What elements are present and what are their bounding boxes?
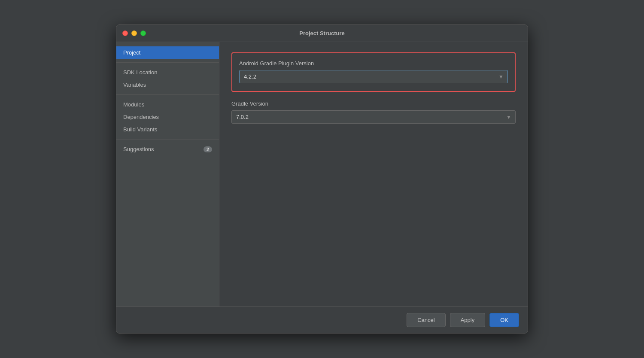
sidebar-item-sdk-location[interactable]: SDK Location <box>116 66 219 79</box>
sidebar-section-settings: SDK Location Variables <box>116 66 219 91</box>
gradle-version-select-wrapper: 6.7.1 7.0 7.0.2 7.1 7.2 ▼ <box>231 110 516 124</box>
ok-button[interactable]: OK <box>489 313 519 327</box>
sidebar-item-project[interactable]: Project <box>116 46 219 59</box>
plugin-version-section: Android Gradle Plugin Version 4.2.2 7.0.… <box>231 52 516 92</box>
plugin-version-label: Android Gradle Plugin Version <box>239 60 508 67</box>
gradle-version-select[interactable]: 6.7.1 7.0 7.0.2 7.1 7.2 <box>231 110 516 124</box>
dialog-footer: Cancel Apply OK <box>116 306 528 333</box>
sidebar-section-build: Modules Dependencies Build Variants <box>116 98 219 136</box>
title-bar: ← → Project Structure <box>116 25 528 42</box>
cancel-button[interactable]: Cancel <box>407 313 445 327</box>
minimize-button[interactable] <box>131 30 137 36</box>
main-content: Android Gradle Plugin Version 4.2.2 7.0.… <box>219 42 528 306</box>
sidebar-item-suggestions[interactable]: Suggestions 2 <box>116 143 219 155</box>
plugin-version-select-wrapper: 4.2.2 7.0.0 7.0.1 7.0.2 7.0.3 ▼ <box>239 70 508 83</box>
maximize-button[interactable] <box>140 30 146 36</box>
gradle-version-label: Gradle Version <box>231 100 516 107</box>
sidebar-item-build-variants[interactable]: Build Variants <box>116 123 219 136</box>
project-structure-dialog: ← → Project Structure Project SDK Locati… <box>116 24 528 334</box>
suggestions-badge: 2 <box>204 146 212 152</box>
dialog-title: Project Structure <box>299 30 344 36</box>
sidebar-divider-2 <box>116 94 219 95</box>
gradle-version-section: Gradle Version 6.7.1 7.0 7.0.2 7.1 7.2 ▼ <box>231 100 516 124</box>
sidebar-divider-3 <box>116 139 219 140</box>
sidebar-divider-1 <box>116 62 219 63</box>
close-button[interactable] <box>122 30 128 36</box>
sidebar-item-modules[interactable]: Modules <box>116 98 219 111</box>
traffic-lights <box>122 30 146 36</box>
sidebar-item-variables[interactable]: Variables <box>116 79 219 91</box>
sidebar-section-top: Project <box>116 46 219 59</box>
sidebar-item-dependencies[interactable]: Dependencies <box>116 111 219 123</box>
dialog-body: Project SDK Location Variables Modules <box>116 42 528 306</box>
apply-button[interactable]: Apply <box>450 313 486 327</box>
sidebar: Project SDK Location Variables Modules <box>116 42 219 306</box>
plugin-version-select[interactable]: 4.2.2 7.0.0 7.0.1 7.0.2 7.0.3 <box>239 70 508 83</box>
